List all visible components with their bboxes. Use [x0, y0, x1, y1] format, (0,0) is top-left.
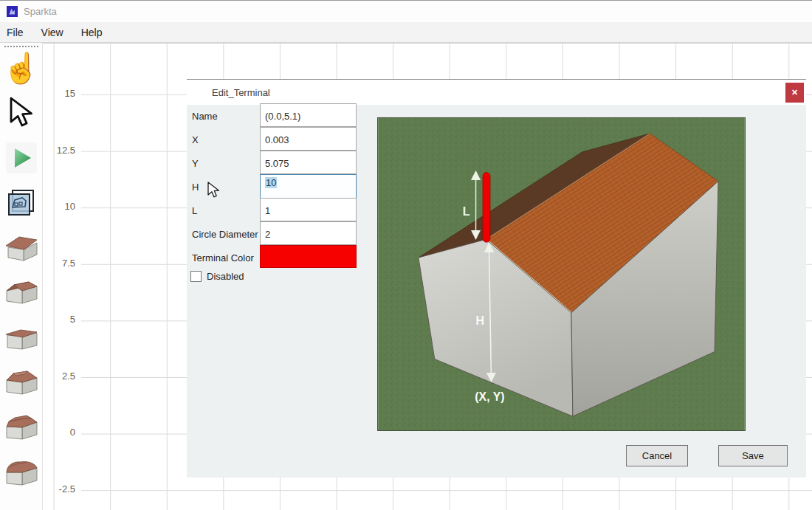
- shape-low-gable-roof-house[interactable]: [3, 320, 40, 356]
- y-axis-tick: 15: [43, 88, 75, 99]
- dialog-title-bar[interactable]: Edit_Terminal ✕: [187, 80, 806, 105]
- play-icon: [6, 142, 37, 173]
- xy-annotation: (X, Y): [475, 390, 504, 403]
- gambrel-roof-house-icon: [4, 413, 38, 444]
- menu-bar: File View Help: [0, 22, 812, 43]
- disabled-label: Disabled: [207, 271, 244, 282]
- circle-diameter-label: Circle Diameter: [187, 229, 260, 240]
- form-row-terminal-color: Terminal Color: [187, 246, 364, 269]
- menu-file[interactable]: File: [0, 24, 32, 41]
- menu-view[interactable]: View: [32, 24, 72, 41]
- pan-hand-tool-button[interactable]: ☝: [3, 50, 40, 86]
- title-bar: Sparkta: [0, 0, 812, 22]
- menu-help[interactable]: Help: [72, 24, 111, 41]
- form-row-l: L: [187, 199, 364, 222]
- terminal-form: Name X Y H 10 L Circle Diameter Terminal…: [187, 104, 364, 269]
- disabled-checkbox[interactable]: [190, 271, 202, 282]
- terminal-3d-preview: L H (X, Y): [377, 117, 746, 431]
- x-label: X: [187, 134, 260, 145]
- y-field[interactable]: [260, 151, 357, 174]
- shape-hip-roof-house[interactable]: [3, 365, 40, 401]
- layers-capture-icon: [6, 187, 37, 218]
- form-row-x: X: [187, 128, 364, 151]
- h-annotation: H: [476, 314, 485, 327]
- y-axis-tick: 0: [43, 427, 75, 438]
- l-label: L: [187, 205, 260, 216]
- h-label: H: [187, 182, 260, 193]
- name-label: Name: [187, 111, 260, 122]
- y-axis-tick: 2.5: [43, 371, 75, 382]
- cancel-button[interactable]: Cancel: [626, 445, 688, 466]
- disabled-checkbox-row: Disabled: [190, 271, 244, 282]
- barrel-roof-house-icon: [4, 458, 38, 489]
- select-cursor-tool-button[interactable]: [3, 95, 40, 131]
- capture-view-tool-button[interactable]: [3, 185, 40, 221]
- form-row-h: H 10: [187, 175, 364, 199]
- gable-roof-house-icon: [4, 278, 38, 309]
- form-row-name: Name: [187, 104, 364, 128]
- form-row-y: Y: [187, 151, 364, 175]
- terminal-color-label: Terminal Color: [187, 252, 260, 263]
- terminal-color-swatch[interactable]: [260, 245, 357, 268]
- shape-barrel-roof-house[interactable]: [3, 455, 40, 491]
- app-logo-icon: [7, 6, 18, 17]
- y-axis-tick: 7.5: [43, 258, 75, 269]
- cursor-arrow-icon: [7, 97, 36, 129]
- hand-pointer-icon: ☝: [3, 52, 40, 84]
- circle-diameter-field[interactable]: [260, 221, 357, 245]
- y-axis-tick: 5: [43, 314, 75, 325]
- dialog-title: Edit_Terminal: [212, 87, 270, 98]
- house-3d-render: L H (X, Y): [378, 118, 745, 430]
- close-icon: ✕: [791, 88, 798, 97]
- hip-roof-house-icon: [4, 368, 38, 399]
- l-field[interactable]: [260, 198, 357, 221]
- low-gable-roof-house-icon: [4, 323, 38, 354]
- save-button[interactable]: Save: [718, 445, 788, 466]
- form-row-circle-diameter: Circle Diameter: [187, 222, 364, 246]
- edit-terminal-dialog: Edit_Terminal ✕ Name X Y H 10 L Circ: [187, 79, 806, 478]
- toolbar-grip[interactable]: [4, 46, 38, 47]
- y-axis-tick: 10: [43, 201, 75, 212]
- dialog-close-button[interactable]: ✕: [785, 83, 804, 103]
- y-label: Y: [187, 158, 260, 169]
- toolbox-sidebar: ☝: [0, 43, 43, 510]
- shape-gable-roof-house[interactable]: [3, 275, 40, 311]
- x-field[interactable]: [260, 127, 357, 151]
- h-selected-text: 10: [265, 177, 277, 188]
- shape-skillion-roof-house[interactable]: [3, 230, 40, 266]
- l-annotation: L: [463, 205, 470, 218]
- skillion-roof-house-icon: [4, 232, 38, 263]
- app-title: Sparkta: [24, 6, 57, 17]
- h-field[interactable]: 10: [260, 174, 357, 199]
- y-axis-tick: 12.5: [43, 145, 75, 156]
- name-field[interactable]: [260, 103, 357, 127]
- terminal-rod: [483, 173, 490, 243]
- shape-gambrel-roof-house[interactable]: [3, 410, 40, 446]
- y-axis-tick: -2.5: [43, 483, 75, 495]
- run-simulation-button[interactable]: [3, 140, 40, 176]
